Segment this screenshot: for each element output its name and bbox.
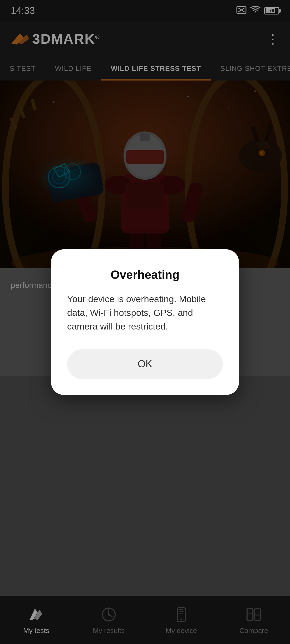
overheating-dialog: Overheating Your device is overheating. … <box>51 249 239 395</box>
dialog-message: Your device is overheating. Mobile data,… <box>67 292 223 333</box>
dialog-ok-button[interactable]: OK <box>67 349 223 379</box>
dialog-title: Overheating <box>67 268 223 281</box>
dialog-overlay: Overheating Your device is overheating. … <box>0 0 290 644</box>
